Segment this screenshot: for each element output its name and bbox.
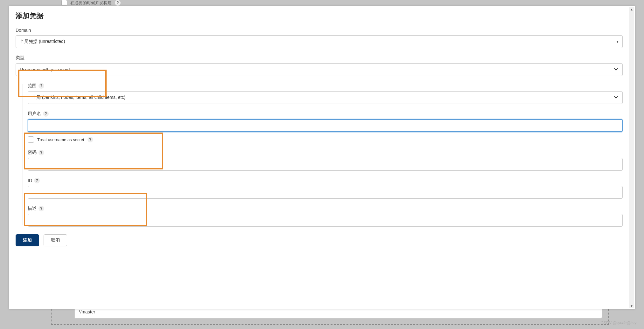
treat-username-secret-row: Treat username as secret ? <box>28 136 623 143</box>
help-icon[interactable]: ? <box>34 178 40 183</box>
add-credentials-modal: 添加凭据 Domain 全局凭据 (unrestricted) ▾ 类型 Use… <box>9 6 635 309</box>
help-icon[interactable]: ? <box>115 0 121 6</box>
scroll-down-arrow-icon[interactable]: ▼ <box>629 303 634 308</box>
username-input[interactable] <box>28 119 623 132</box>
treat-username-secret-checkbox[interactable] <box>28 136 34 143</box>
add-button[interactable]: 添加 <box>16 234 39 246</box>
description-label-text: 描述 <box>28 206 37 211</box>
id-label: ID ? <box>28 178 623 183</box>
type-select[interactable]: Username with password <box>16 63 623 76</box>
domain-label: Domain <box>16 28 623 33</box>
description-input-field[interactable] <box>32 217 619 224</box>
bg-concurrent-build-checkbox[interactable] <box>61 0 67 6</box>
scroll-up-arrow-icon[interactable]: ▲ <box>629 7 634 12</box>
help-icon[interactable]: ? <box>43 111 49 117</box>
id-input[interactable] <box>28 186 623 199</box>
domain-section: Domain 全局凭据 (unrestricted) ▾ <box>16 28 623 48</box>
help-icon[interactable]: ? <box>38 150 44 155</box>
id-label-text: ID <box>28 178 32 183</box>
modal-scrollbar[interactable]: ▲ ▼ <box>629 7 634 308</box>
credential-details-group: 范围 ? 全局 (Jenkins, nodes, items, all chil… <box>16 83 623 227</box>
description-section: 描述 ? <box>28 206 623 227</box>
help-icon[interactable]: ? <box>88 137 93 142</box>
password-label: 密码 ? <box>28 150 623 155</box>
scope-section: 范围 ? 全局 (Jenkins, nodes, items, all chil… <box>28 83 623 104</box>
chevron-down-icon <box>613 67 619 73</box>
modal-content: 添加凭据 Domain 全局凭据 (unrestricted) ▾ 类型 Use… <box>9 6 629 309</box>
bg-concurrent-build-row: 在必要的时候并发构建 ? <box>61 0 121 6</box>
help-icon[interactable]: ? <box>38 83 44 89</box>
scope-label: 范围 ? <box>28 83 623 89</box>
scope-select-value: 全局 (Jenkins, nodes, items, all child ite… <box>32 95 125 100</box>
type-section: 类型 Username with password <box>16 55 623 76</box>
description-input[interactable] <box>28 214 623 227</box>
description-label: 描述 ? <box>28 206 623 211</box>
treat-username-secret-label: Treat username as secret <box>37 137 84 142</box>
modal-title: 添加凭据 <box>16 11 623 21</box>
password-label-text: 密码 <box>28 150 37 155</box>
scope-label-text: 范围 <box>28 83 37 89</box>
help-icon[interactable]: ? <box>38 206 44 211</box>
password-input[interactable] <box>28 158 623 171</box>
id-input-field[interactable] <box>32 189 619 196</box>
id-section: ID ? <box>28 178 623 199</box>
scope-select[interactable]: 全局 (Jenkins, nodes, items, all child ite… <box>28 91 623 104</box>
username-label: 用户名 ? <box>28 111 623 117</box>
type-select-value: Username with password <box>20 67 70 72</box>
bg-branch-input-value: */master <box>79 309 95 314</box>
chevron-down-icon: ▾ <box>617 40 619 44</box>
password-section: 密码 ? <box>28 150 623 171</box>
watermark: CSDN @synda@hzy <box>601 321 636 325</box>
cancel-button[interactable]: 取消 <box>44 234 67 246</box>
modal-actions: 添加 取消 <box>16 234 623 246</box>
chevron-down-icon <box>613 95 619 101</box>
password-input-field[interactable] <box>32 161 619 168</box>
type-label: 类型 <box>16 55 623 61</box>
username-label-text: 用户名 <box>28 111 41 117</box>
domain-select-value: 全局凭据 (unrestricted) <box>20 39 65 45</box>
username-section: 用户名 ? Treat username as secret ? <box>28 111 623 143</box>
group-indent-line <box>23 84 23 225</box>
bg-concurrent-build-label: 在必要的时候并发构建 <box>70 0 112 6</box>
domain-select[interactable]: 全局凭据 (unrestricted) ▾ <box>16 35 623 48</box>
